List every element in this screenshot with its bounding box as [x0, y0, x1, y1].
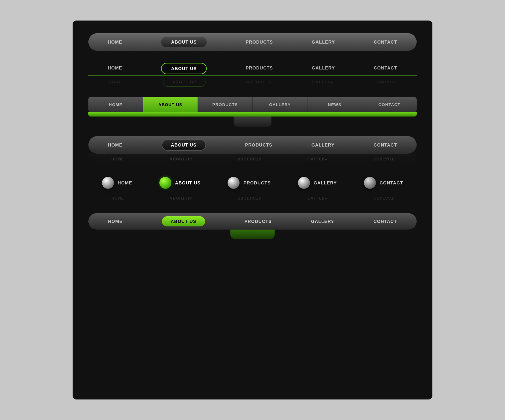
- nav5-ref-label-gallery: GALLERY: [307, 196, 328, 200]
- navbar-4-wrapper: HOME ABOUT US PRODUCTS GALLERY CONTACT H…: [88, 136, 417, 164]
- nav2-ref-products: PRODUCTS: [246, 80, 272, 84]
- nav3-green-bar: [88, 112, 417, 117]
- nav5-sphere-home: [102, 177, 114, 189]
- nav5-about[interactable]: ABOUT US: [159, 177, 201, 189]
- nav2-ref-contact: CONTACT: [374, 80, 396, 84]
- nav5-ref-label-about: ABOUT US: [170, 196, 192, 200]
- nav4-ref-gallery: GALLERY: [307, 157, 328, 161]
- nav5-contact[interactable]: CONTACT: [364, 177, 403, 189]
- nav1-about[interactable]: ABOUT US: [161, 37, 207, 47]
- nav4-about[interactable]: ABOUT US: [162, 139, 206, 151]
- nav3-news[interactable]: NEWS: [307, 97, 362, 112]
- nav6-gallery[interactable]: GALLERY: [311, 219, 334, 224]
- nav3-about[interactable]: ABOUT US: [143, 97, 198, 112]
- nav1-gallery[interactable]: GALLERY: [312, 39, 335, 45]
- nav5-sphere-contact: [364, 177, 376, 189]
- nav5-gallery[interactable]: GALLERY: [298, 177, 337, 189]
- nav5-label-products: PRODUCTS: [243, 180, 271, 185]
- nav2-ref-about: ABOUT US: [163, 77, 206, 87]
- nav4-contact[interactable]: CONTACT: [374, 142, 397, 147]
- nav5-ref-label-products: PRODUCTS: [238, 196, 261, 200]
- nav6-home[interactable]: HOME: [108, 219, 122, 224]
- nav2-home[interactable]: HOME: [108, 65, 122, 70]
- navbar-3: HOME ABOUT US PRODUCTS GALLERY NEWS CONT…: [88, 97, 417, 112]
- navbar-5-reflection: HOME ABOUT US PRODUCTS GALLERY CONTACT: [88, 192, 417, 204]
- nav2-products[interactable]: PRODUCTS: [246, 65, 273, 70]
- nav5-sphere-products: [228, 177, 240, 189]
- navbar-3-wrapper: HOME ABOUT US PRODUCTS GALLERY NEWS CONT…: [88, 97, 417, 127]
- nav4-products[interactable]: PRODUCTS: [245, 142, 272, 147]
- navbar-6-wrapper: HOME ABOUT US PRODUCTS GALLERY CONTACT: [88, 213, 417, 239]
- nav6-products[interactable]: PRODUCTS: [244, 219, 272, 224]
- nav6-about[interactable]: ABOUT US: [162, 216, 205, 226]
- navbar-5-wrapper: HOME ABOUT US PRODUCTS GALLERY CONTACT H…: [88, 173, 417, 204]
- nav5-label-home: HOME: [118, 180, 132, 185]
- nav6-dropdown-stub: [230, 230, 275, 239]
- nav2-about[interactable]: ABOUT US: [161, 63, 207, 74]
- nav5-ref-contact: CONTACT: [373, 196, 394, 200]
- nav4-home[interactable]: HOME: [108, 142, 122, 147]
- navbar-1: HOME ABOUT US PRODUCTS GALLERY CONTACT: [88, 33, 417, 51]
- nav1-products[interactable]: PRODUCTS: [246, 39, 273, 45]
- nav5-ref-about: ABOUT US: [170, 196, 192, 200]
- nav4-ref-about: ABOUT US: [170, 157, 192, 161]
- navbar-2: HOME ABOUT US PRODUCTS GALLERY CONTACT: [88, 60, 417, 76]
- nav5-sphere-about: [159, 177, 171, 189]
- nav5-ref-home: HOME: [111, 196, 124, 200]
- nav1-home[interactable]: HOME: [108, 39, 122, 45]
- main-container: HOME ABOUT US PRODUCTS GALLERY CONTACT H…: [73, 21, 432, 399]
- nav4-gallery[interactable]: GALLERY: [312, 142, 335, 147]
- nav4-ref-home: HOME: [111, 157, 124, 161]
- nav5-products[interactable]: PRODUCTS: [228, 177, 271, 189]
- nav2-ref-home: HOME: [109, 80, 122, 84]
- navbar-2-wrapper: HOME ABOUT US PRODUCTS GALLERY CONTACT H…: [88, 60, 417, 87]
- nav1-contact[interactable]: CONTACT: [374, 39, 397, 45]
- navbar-4-reflection: HOME ABOUT US PRODUCTS GALLERY CONTACT: [88, 154, 417, 164]
- nav2-gallery[interactable]: GALLERY: [312, 65, 335, 70]
- nav4-ref-products: PRODUCTS: [238, 157, 261, 161]
- nav5-label-gallery: GALLERY: [314, 180, 337, 185]
- nav3-products[interactable]: PRODUCTS: [198, 97, 253, 112]
- nav5-label-contact: CONTACT: [380, 180, 403, 185]
- navbar-2-reflection: HOME ABOUT US PRODUCTS GALLERY CONTACT: [88, 76, 417, 87]
- navbar-4: HOME ABOUT US PRODUCTS GALLERY CONTACT: [88, 136, 417, 154]
- nav5-home[interactable]: HOME: [102, 177, 132, 189]
- nav3-contact[interactable]: CONTACT: [362, 97, 417, 112]
- nav5-label-about: ABOUT US: [175, 180, 201, 185]
- nav3-gallery[interactable]: GALLERY: [253, 97, 308, 112]
- nav5-ref-label-home: HOME: [111, 196, 124, 200]
- nav5-ref-label-contact: CONTACT: [373, 196, 394, 200]
- nav3-home[interactable]: HOME: [88, 97, 143, 112]
- navbar-6: HOME ABOUT US PRODUCTS GALLERY CONTACT: [88, 213, 417, 230]
- nav5-sphere-gallery: [298, 177, 310, 189]
- nav4-ref-contact: CONTACT: [373, 157, 394, 161]
- nav6-contact[interactable]: CONTACT: [373, 219, 397, 224]
- nav3-dropdown-stub: [234, 117, 271, 127]
- nav5-ref-gallery: GALLERY: [307, 196, 328, 200]
- nav2-ref-gallery: GALLERY: [312, 80, 334, 84]
- navbar-5: HOME ABOUT US PRODUCTS GALLERY CONTACT: [88, 173, 417, 192]
- nav2-contact[interactable]: CONTACT: [374, 65, 397, 70]
- nav5-ref-products: PRODUCTS: [238, 196, 261, 200]
